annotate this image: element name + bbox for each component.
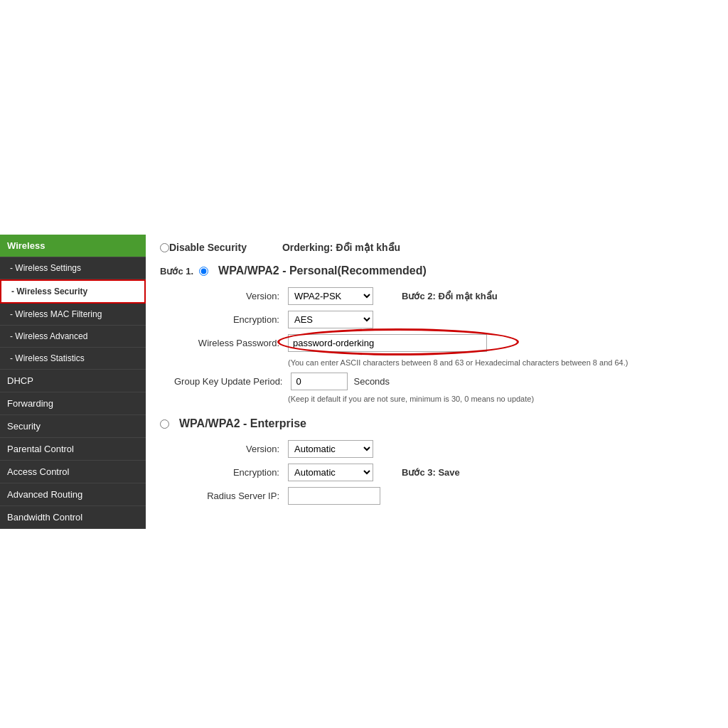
encryption-label: Encryption: [174, 314, 288, 325]
sidebar-item-parental-control[interactable]: Parental Control [0, 438, 146, 461]
sidebar-item-dhcp[interactable]: DHCP [0, 370, 146, 392]
radius-label: Radius Server IP: [174, 491, 288, 501]
disable-security-radio[interactable] [160, 243, 169, 252]
step2-label: Bước 2: Đổi mật khẩu [402, 291, 498, 301]
wpa-enterprise-title: WPA/WPA2 - Enterprise [179, 417, 306, 430]
encryption-row: Encryption: AES Automatic TKIP [160, 311, 714, 328]
sidebar-item-wireless-security[interactable]: - Wireless Security [0, 279, 146, 304]
group-key-hint: (Keep it default if you are not sure, mi… [160, 395, 714, 403]
password-hint: (You can enter ASCII characters between … [160, 358, 714, 368]
wpa-enterprise-radio[interactable] [160, 419, 169, 429]
sidebar-item-security[interactable]: Security [0, 415, 146, 438]
wpa-personal-section: Bước 1. WPA/WPA2 - Personal(Recommended)… [160, 264, 714, 403]
ent-encryption-select[interactable]: Automatic TKIP AES [288, 464, 373, 481]
group-key-input[interactable] [291, 373, 348, 390]
password-row: Wireless Password: [160, 334, 714, 352]
disable-security-row: Disable Security Orderking: Đổi mật khẩu [160, 242, 714, 253]
sidebar-item-wireless-mac-filtering[interactable]: - Wireless MAC Filtering [0, 304, 146, 326]
sidebar-item-forwarding[interactable]: Forwarding [0, 392, 146, 415]
sidebar-item-wireless-statistics[interactable]: - Wireless Statistics [0, 348, 146, 370]
wireless-password-input[interactable] [288, 334, 487, 352]
ent-version-select[interactable]: Automatic WPA WPA2 [288, 440, 373, 458]
ent-encryption-label: Encryption: [174, 467, 288, 478]
wpa-enterprise-section: WPA/WPA2 - Enterprise Version: Automatic… [160, 417, 714, 505]
wpa-personal-title: WPA/WPA2 - Personal(Recommended) [218, 264, 427, 277]
sidebar-item-wireless[interactable]: Wireless [0, 235, 146, 257]
seconds-label: Seconds [353, 376, 390, 387]
radius-ip-input[interactable] [288, 487, 380, 505]
sidebar-item-advanced-routing[interactable]: Advanced Routing [0, 483, 146, 506]
sidebar-item-wireless-advanced[interactable]: - Wireless Advanced [0, 326, 146, 348]
group-key-label: Group Key Update Period: [174, 376, 291, 387]
step3-label: Bước 3: Save [402, 467, 460, 478]
wireless-password-label: Wireless Password: [174, 338, 288, 348]
wpa-personal-radio[interactable] [199, 267, 208, 276]
sidebar-item-wireless-settings[interactable]: - Wireless Settings [0, 257, 146, 279]
version-select[interactable]: WPA2-PSK Automatic WPA-PSK [288, 287, 373, 305]
wpa-enterprise-header: WPA/WPA2 - Enterprise [160, 417, 714, 430]
sidebar: Wireless - Wireless Settings - Wireless … [0, 235, 146, 529]
main-content: Disable Security Orderking: Đổi mật khẩu… [146, 235, 728, 529]
ent-version-label: Version: [174, 444, 288, 454]
radius-row: Radius Server IP: [160, 487, 714, 505]
disable-security-label: Disable Security [169, 242, 247, 253]
encryption-select[interactable]: AES Automatic TKIP [288, 311, 373, 328]
version-label: Version: [174, 291, 288, 301]
group-key-row: Group Key Update Period: Seconds [160, 373, 714, 390]
password-wrapper [288, 334, 487, 352]
step1-label: Bước 1. [160, 266, 193, 277]
version-row: Version: WPA2-PSK Automatic WPA-PSK Bước… [160, 287, 714, 305]
ent-encryption-row: Encryption: Automatic TKIP AES Bước 3: S… [160, 464, 714, 481]
ent-version-row: Version: Automatic WPA WPA2 [160, 440, 714, 458]
wpa-personal-header: Bước 1. WPA/WPA2 - Personal(Recommended) [160, 264, 714, 277]
orderking-label: Orderking: Đổi mật khẩu [282, 242, 400, 253]
sidebar-item-bandwidth-control[interactable]: Bandwidth Control [0, 506, 146, 529]
sidebar-item-access-control[interactable]: Access Control [0, 461, 146, 483]
